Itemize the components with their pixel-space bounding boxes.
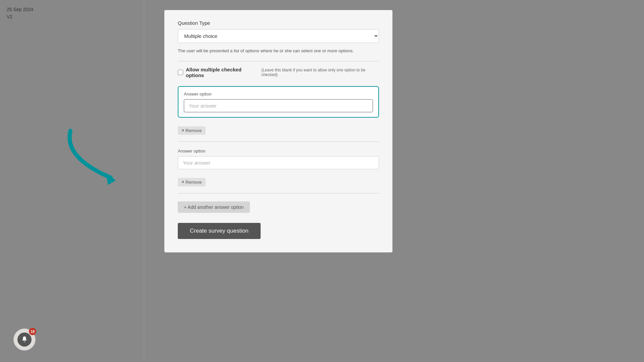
allow-multiple-row: Allow multiple checked options (Leave th… xyxy=(178,67,379,78)
remove-label-2: Remove xyxy=(185,180,202,185)
remove-x-icon-2: × xyxy=(182,180,184,184)
answer-input-2[interactable] xyxy=(178,156,379,169)
answer-option-1: Answer option xyxy=(178,86,379,118)
notification-circle: 18 xyxy=(13,328,36,351)
allow-multiple-hint: (Leave this blank if you want to allow o… xyxy=(261,68,379,77)
notification-badge: 18 xyxy=(29,328,36,335)
divider-3 xyxy=(178,193,379,193)
create-survey-question-button[interactable]: Create survey question xyxy=(178,223,261,239)
content-panel: Question Type Multiple choiceSingle choi… xyxy=(164,10,392,252)
main-content: Question Type Multiple choiceSingle choi… xyxy=(144,0,644,362)
remove-button-1[interactable]: × Remove xyxy=(178,126,206,135)
remove-button-2[interactable]: × Remove xyxy=(178,178,206,186)
remove-label-1: Remove xyxy=(185,128,202,133)
sidebar-date: 25 Sep 2024 xyxy=(7,7,137,12)
question-type-select[interactable]: Multiple choiceSingle choiceText inputRa… xyxy=(178,29,379,43)
allow-multiple-checkbox[interactable] xyxy=(178,70,183,75)
sidebar: 25 Sep 2024 V2 xyxy=(0,0,144,362)
remove-x-icon-1: × xyxy=(182,128,184,133)
answer-option-2-label: Answer option xyxy=(178,148,379,154)
notification-inner xyxy=(17,333,32,347)
divider-1 xyxy=(178,61,379,61)
notification-widget[interactable]: 18 xyxy=(13,328,37,352)
answer-option-1-label: Answer option xyxy=(184,92,373,97)
divider-2 xyxy=(178,141,379,142)
allow-multiple-label: Allow multiple checked options xyxy=(186,67,259,78)
question-type-label: Question Type xyxy=(178,20,379,26)
add-answer-option-button[interactable]: + Add another answer option xyxy=(178,201,250,213)
answer-input-1[interactable] xyxy=(184,99,373,112)
sidebar-version: V2 xyxy=(7,14,137,19)
notification-icon xyxy=(21,336,28,343)
question-type-description: The user will be presented a list of opt… xyxy=(178,48,379,54)
answer-option-2: Answer option xyxy=(178,148,379,169)
